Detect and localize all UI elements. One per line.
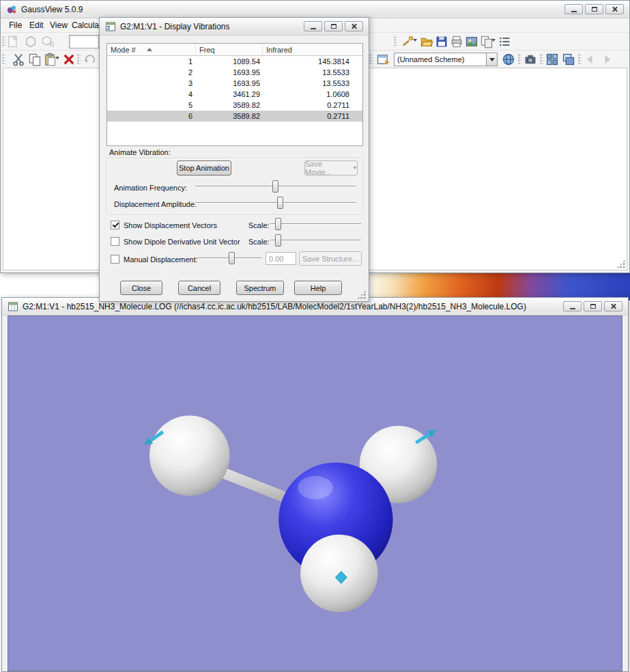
manual-displacement-slider[interactable] (197, 252, 262, 264)
show-displacement-vectors-checkbox[interactable] (111, 221, 119, 229)
close-icon (612, 6, 618, 12)
mode-row[interactable]: 2 1693.95 13.5533 (107, 67, 362, 78)
column-header-infrared[interactable]: Infrared (263, 44, 362, 55)
slider-thumb[interactable] (229, 252, 235, 264)
scheme-combobox[interactable]: (Unnamed Scheme) (394, 53, 498, 66)
toolbar-drag-handle[interactable] (518, 54, 521, 65)
apply-scheme-icon[interactable] (502, 53, 515, 66)
close-dialog-button[interactable]: Close (120, 281, 162, 295)
maximize-button[interactable] (585, 4, 603, 14)
button-label: Cancel (188, 284, 211, 292)
atom-hydrogen-1[interactable] (149, 415, 230, 496)
freq-cell: 1693.95 (196, 67, 263, 78)
button-label: Stop Animation (179, 164, 229, 172)
slider-thumb[interactable] (275, 218, 281, 230)
toolbar-drag-handle[interactable] (369, 54, 373, 65)
list-view-icon[interactable] (498, 35, 511, 48)
gaussview-logo-icon (6, 4, 17, 15)
manual-displacement-checkbox[interactable] (111, 255, 119, 264)
open-file-icon[interactable] (420, 35, 433, 48)
spectrum-button[interactable]: Spectrum (236, 281, 284, 295)
tile-windows-icon[interactable] (545, 53, 559, 66)
slider-track[interactable] (195, 202, 356, 204)
copy-settings-icon[interactable] (480, 35, 493, 48)
maximize-icon (592, 7, 597, 12)
cut-icon[interactable] (12, 53, 25, 66)
close-button[interactable] (345, 21, 363, 31)
scale-label: Scale: (248, 238, 270, 246)
molecule-viewport[interactable] (8, 316, 622, 671)
undo-icon[interactable] (83, 53, 96, 66)
resize-grip[interactable] (357, 290, 366, 299)
print-icon[interactable] (450, 35, 463, 48)
mode-row-selected[interactable]: 6 3589.82 0.2711 (107, 111, 362, 122)
close-button[interactable] (604, 301, 622, 311)
slider-thumb[interactable] (277, 197, 283, 209)
previous-view-icon[interactable] (584, 53, 597, 66)
toolbar-drag-handle[interactable] (540, 54, 543, 65)
mode-row[interactable]: 4 3461.29 1.0608 (107, 89, 362, 100)
maximize-button[interactable] (324, 21, 343, 31)
save-file-icon[interactable] (435, 35, 448, 48)
manual-displacement-input[interactable]: 0.00 (266, 252, 296, 265)
vector-scale-slider[interactable] (270, 218, 361, 230)
slider-track[interactable] (270, 223, 361, 225)
molecule-canvas[interactable] (8, 316, 622, 671)
ring-fragment-icon[interactable] (24, 35, 38, 48)
show-dipole-derivative-checkbox[interactable] (111, 237, 119, 246)
fragment-value-field[interactable] (69, 35, 99, 48)
chevron-down-icon[interactable] (486, 53, 498, 66)
menu-edit[interactable]: Edit (27, 18, 46, 32)
stop-animation-button[interactable]: Stop Animation (177, 160, 231, 176)
builder-dropdown-icon[interactable] (413, 39, 417, 42)
new-document-icon[interactable] (6, 35, 20, 48)
button-label: Save Movie... (305, 160, 349, 176)
infrared-cell: 1.0608 (263, 89, 362, 100)
freq-cell: 1693.95 (196, 78, 263, 89)
cancel-button[interactable]: Cancel (178, 281, 220, 295)
slider-thumb[interactable] (272, 180, 278, 193)
dipole-scale-slider[interactable] (270, 234, 361, 247)
column-header-mode[interactable]: Mode # (107, 44, 196, 55)
scheme-combobox-value: (Unnamed Scheme) (394, 53, 486, 66)
copy-icon[interactable] (28, 53, 42, 66)
desktop: GaussView 5.0.9 File Edit View Calculate (0, 0, 630, 672)
scheme-table-icon[interactable] (376, 53, 390, 66)
maximize-button[interactable] (584, 301, 602, 311)
toolbar-drag-handle[interactable] (2, 36, 5, 47)
toolbar-drag-handle[interactable] (394, 36, 397, 47)
save-structure-button[interactable]: Save Structure... (299, 251, 362, 266)
view-settings-icon[interactable] (524, 53, 537, 66)
cascade-windows-icon[interactable] (562, 53, 575, 66)
builder-wand-icon[interactable] (401, 35, 414, 48)
animation-frequency-slider[interactable] (195, 180, 356, 193)
paste-dropdown-icon[interactable] (55, 57, 59, 59)
help-button[interactable]: Help (294, 281, 342, 295)
rgroup-fragment-icon[interactable]: R (42, 35, 55, 48)
toolbar-drag-handle[interactable] (2, 54, 5, 65)
menu-file[interactable]: File (6, 18, 25, 32)
main-titlebar[interactable]: GaussView 5.0.9 (1, 1, 629, 18)
mode-row[interactable]: 5 3589.82 0.2711 (107, 100, 362, 111)
slider-track[interactable] (270, 240, 361, 241)
delete-icon[interactable] (62, 53, 76, 66)
save-image-icon[interactable] (465, 35, 478, 48)
menu-view[interactable]: View (47, 18, 70, 32)
displacement-amplitude-slider[interactable] (195, 197, 356, 209)
toolbar-drag-handle[interactable] (578, 54, 582, 65)
mode-row[interactable]: 1 1089.54 145.3814 (107, 56, 362, 67)
save-movie-button[interactable]: Save Movie... (304, 160, 358, 176)
mode-row[interactable]: 3 1693.95 13.5533 (107, 78, 362, 89)
close-button[interactable] (605, 4, 624, 14)
copy-settings-dropdown-icon[interactable] (491, 39, 496, 42)
toolbar-drag-handle[interactable] (77, 54, 81, 65)
minimize-button[interactable] (564, 4, 583, 14)
paste-icon[interactable] (43, 53, 57, 66)
slider-thumb[interactable] (275, 234, 281, 247)
minimize-button[interactable] (563, 301, 582, 311)
column-header-freq[interactable]: Freq (196, 44, 263, 55)
displacement-amplitude-label: Displacement Amplitude: (114, 200, 197, 208)
minimize-button[interactable] (304, 21, 322, 31)
dialog-titlebar[interactable]: G2:M1:V1 - Display Vibrations (100, 18, 369, 36)
next-view-icon[interactable] (600, 53, 614, 66)
